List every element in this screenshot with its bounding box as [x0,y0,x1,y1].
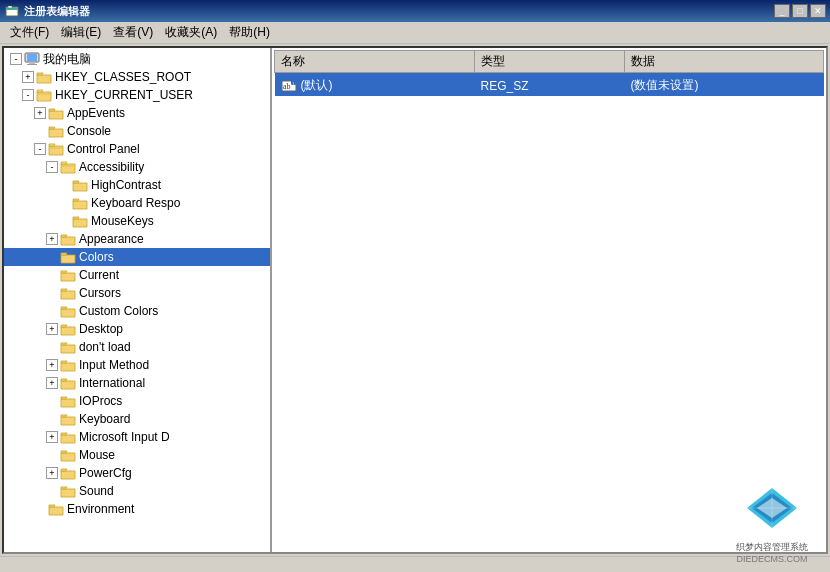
tree-label: Control Panel [67,142,140,156]
folder-mousekeys-icon [72,214,88,228]
root-expand[interactable]: - [10,53,22,65]
tree-item-accessibility[interactable]: - Accessibility [4,158,270,176]
accessibility-expand[interactable]: - [46,161,58,173]
menu-favorites[interactable]: 收藏夹(A) [159,22,223,43]
tree-item-mousekeys[interactable]: MouseKeys [4,212,270,230]
entry-type: REG_SZ [475,73,625,97]
tree-label: PowerCfg [79,466,132,480]
folder-sound-icon [60,484,76,498]
folder-keyboard-respo-icon [72,196,88,210]
window-controls[interactable]: _ □ ✕ [774,4,826,18]
entry-data: (数值未设置) [625,73,824,97]
col-header-type: 类型 [475,51,625,73]
tree-label: Colors [79,250,114,264]
tree-label: Mouse [79,448,115,462]
tree-item-environment[interactable]: Environment [4,500,270,518]
tree-item-ms-input[interactable]: + Microsoft Input D [4,428,270,446]
folder-current-user-icon [36,88,52,102]
window-title: 注册表编辑器 [24,4,774,19]
powercfg-expand[interactable]: + [46,467,58,479]
tree-label: Microsoft Input D [79,430,170,444]
registry-tree[interactable]: - 我的电脑 + HKEY_CLASSES_ROOT [4,48,272,552]
tree-item-keyboard-respo[interactable]: Keyboard Respo [4,194,270,212]
col-header-name: 名称 [275,51,475,73]
classes-root-expand[interactable]: + [22,71,34,83]
tree-item-console[interactable]: Console [4,122,270,140]
menu-help[interactable]: 帮助(H) [223,22,276,43]
folder-current-icon [60,268,76,282]
tree-item-sound[interactable]: Sound [4,482,270,500]
ms-input-expand[interactable]: + [46,431,58,443]
tree-item-cursors[interactable]: Cursors [4,284,270,302]
right-panel: 名称 类型 数据 ab 1 [272,48,826,552]
tree-label: Console [67,124,111,138]
desktop-expand[interactable]: + [46,323,58,335]
tree-label: Keyboard Respo [91,196,180,210]
close-button[interactable]: ✕ [810,4,826,18]
tree-label: HKEY_CLASSES_ROOT [55,70,191,84]
folder-cursors-icon [60,286,76,300]
menu-edit[interactable]: 编辑(E) [55,22,107,43]
table-row[interactable]: ab 1 (默认) REG_SZ (数值未设置) [275,73,824,97]
svg-text:ab: ab [283,82,291,91]
folder-input-method-icon [60,358,76,372]
menu-view[interactable]: 查看(V) [107,22,159,43]
computer-icon [24,52,40,66]
folder-desktop-icon [60,322,76,336]
tree-label: AppEvents [67,106,125,120]
tree-label: MouseKeys [91,214,154,228]
root-label: 我的电脑 [43,51,91,68]
status-bar [0,556,830,572]
tree-item-international[interactable]: + International [4,374,270,392]
input-method-expand[interactable]: + [46,359,58,371]
main-area: - 我的电脑 + HKEY_CLASSES_ROOT [2,46,828,554]
control-panel-expand[interactable]: - [34,143,46,155]
tree-item-powercfg[interactable]: + PowerCfg [4,464,270,482]
folder-accessibility-icon [60,160,76,174]
folder-environment-icon [48,502,64,516]
menu-bar: 文件(F) 编辑(E) 查看(V) 收藏夹(A) 帮助(H) [0,22,830,44]
tree-item-dont-load[interactable]: don't load [4,338,270,356]
tree-label: Accessibility [79,160,144,174]
folder-ms-input-icon [60,430,76,444]
tree-item-classes-root[interactable]: + HKEY_CLASSES_ROOT [4,68,270,86]
folder-colors-icon [60,250,76,264]
minimize-button[interactable]: _ [774,4,790,18]
menu-file[interactable]: 文件(F) [4,22,55,43]
tree-label: HKEY_CURRENT_USER [55,88,193,102]
tree-item-current-user[interactable]: - HKEY_CURRENT_USER [4,86,270,104]
tree-label: don't load [79,340,131,354]
tree-label: Environment [67,502,134,516]
tree-item-colors[interactable]: Colors [4,248,270,266]
watermark: 织梦内容管理系统 DIEDECMS.COM [722,483,822,564]
tree-item-desktop[interactable]: + Desktop [4,320,270,338]
tree-label: Current [79,268,119,282]
tree-item-control-panel[interactable]: - Control Panel [4,140,270,158]
folder-ioprocs-icon [60,394,76,408]
appearance-expand[interactable]: + [46,233,58,245]
tree-item-input-method[interactable]: + Input Method [4,356,270,374]
svg-rect-6 [27,64,37,65]
maximize-button[interactable]: □ [792,4,808,18]
appevents-expand[interactable]: + [34,107,46,119]
tree-item-current[interactable]: Current [4,266,270,284]
tree-item-mouse[interactable]: Mouse [4,446,270,464]
tree-item-appevents[interactable]: + AppEvents [4,104,270,122]
international-expand[interactable]: + [46,377,58,389]
tree-item-keyboard[interactable]: Keyboard [4,410,270,428]
tree-item-ioprocs[interactable]: IOProcs [4,392,270,410]
window-icon [4,3,20,19]
tree-label: Custom Colors [79,304,158,318]
folder-console-icon [48,124,64,138]
folder-custom-colors-icon [60,304,76,318]
tree-item-highcontrast[interactable]: HighContrast [4,176,270,194]
folder-classes-root-icon [36,70,52,84]
tree-root[interactable]: - 我的电脑 [4,50,270,68]
tree-item-appearance[interactable]: + Appearance [4,230,270,248]
current-user-expand[interactable]: - [22,89,34,101]
tree-label: Appearance [79,232,144,246]
tree-label: Sound [79,484,114,498]
col-header-data: 数据 [625,51,824,73]
tree-item-custom-colors[interactable]: Custom Colors [4,302,270,320]
tree-label: Desktop [79,322,123,336]
